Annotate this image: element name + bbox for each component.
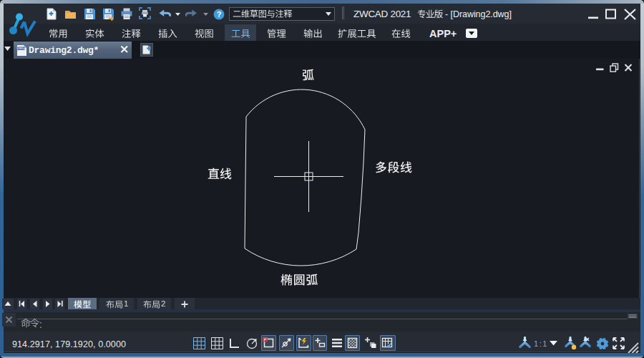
svg-text:DWG: DWG [17,47,25,50]
svg-text:?: ? [217,10,222,19]
